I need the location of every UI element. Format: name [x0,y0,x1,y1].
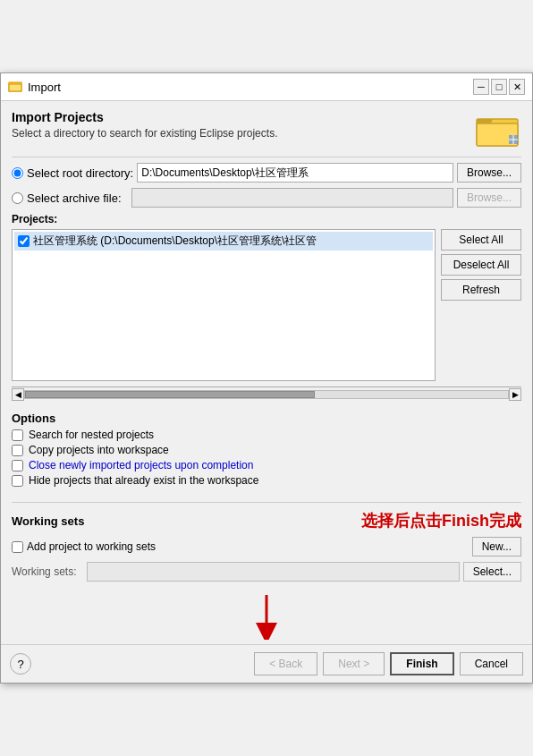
svg-marker-2 [9,82,14,84]
svg-marker-5 [477,119,493,123]
option-checkbox-0[interactable] [12,429,23,441]
title-bar: Import ─ □ ✕ [1,73,532,101]
working-sets-section: Working sets 选择后点击Finish完成 Add project t… [12,502,521,582]
option-row-3: Hide projects that already exist in the … [12,474,521,487]
cancel-button[interactable]: Cancel [460,652,523,675]
option-row-0: Search for nested projects [12,429,521,441]
scrollbar-track[interactable] [24,390,509,399]
import-icon [8,80,22,94]
dialog-subtitle: Select a directory to search for existin… [12,127,277,140]
deselect-all-button[interactable]: Deselect All [441,254,521,276]
project-checkbox[interactable] [18,235,30,247]
finish-annotation: 选择后点击Finish完成 [361,510,521,531]
select-working-sets-button[interactable]: Select... [463,562,521,582]
option-label-1: Copy projects into workspace [29,444,169,456]
minimize-button[interactable]: ─ [473,79,489,95]
scrollbar-thumb[interactable] [25,391,315,398]
projects-label: Projects: [12,213,521,225]
dialog-content: Import Projects Select a directory to se… [1,101,532,644]
back-button[interactable]: < Back [254,652,317,675]
import-dialog: Import ─ □ ✕ Import Projects Select a di… [0,72,533,684]
new-working-set-button[interactable]: New... [472,537,521,556]
project-name: 社区管理系统 (D:\Documents\Desktop\社区管理系统\社区管 [33,234,317,249]
working-sets-input-label: Working sets: [12,565,83,578]
option-checkbox-2[interactable] [12,460,23,471]
arrow-annotation [12,582,521,635]
archive-file-row: Select archive file: Browse... [12,188,521,208]
select-all-button[interactable]: Select All [441,229,521,251]
next-button[interactable]: Next > [323,652,385,675]
root-browse-button[interactable]: Browse... [457,163,521,183]
option-label-2: Close newly imported projects upon compl… [29,459,253,471]
scrollbar-area: ◀ ▶ [12,386,521,401]
archive-file-radio-label: Select archive file: [12,191,128,205]
archive-file-radio[interactable] [12,192,23,204]
header-text: Import Projects Select a directory to se… [12,110,277,140]
title-controls: ─ □ ✕ [473,79,525,95]
root-directory-label: Select root directory: [27,166,133,180]
bottom-bar: ? < Back Next > Finish Cancel [1,644,532,683]
option-checkbox-3[interactable] [12,475,23,487]
red-arrow-icon [240,590,293,640]
finish-button[interactable]: Finish [390,652,453,675]
bottom-buttons: < Back Next > Finish Cancel [254,652,523,675]
root-directory-radio[interactable] [12,167,23,179]
archive-browse-button[interactable]: Browse... [457,188,521,208]
svg-rect-1 [9,84,21,91]
working-sets-row1: Add project to working sets New... [12,537,521,556]
add-to-working-sets-checkbox[interactable] [12,541,23,553]
option-row-2: Close newly imported projects upon compl… [12,459,521,471]
root-directory-row: Select root directory: Browse... [12,163,521,183]
working-sets-label: Working sets [12,514,84,528]
working-sets-header: Working sets 选择后点击Finish完成 [12,510,521,531]
add-to-working-sets-label: Add project to working sets [27,540,469,553]
close-button[interactable]: ✕ [509,79,525,95]
list-item: 社区管理系统 (D:\Documents\Desktop\社区管理系统\社区管 [14,232,433,251]
refresh-button[interactable]: Refresh [441,279,521,301]
window-title: Import [28,81,61,94]
option-label-0: Search for nested projects [29,429,154,441]
archive-file-input[interactable] [131,188,453,208]
folder-icon [475,110,521,149]
option-label-3: Hide projects that already exist in the … [29,474,258,487]
option-checkbox-1[interactable] [12,445,23,456]
dialog-title: Import Projects [12,110,277,124]
project-buttons: Select All Deselect All Refresh [441,229,521,381]
header-divider [12,157,521,157]
option-row-1: Copy projects into workspace [12,444,521,456]
header-section: Import Projects Select a directory to se… [12,110,521,149]
root-directory-input[interactable] [137,163,453,183]
options-section: Options Search for nested projects Copy … [12,406,521,495]
scroll-left-button[interactable]: ◀ [12,388,24,401]
scroll-right-button[interactable]: ▶ [509,388,521,401]
help-button[interactable]: ? [10,653,31,675]
working-sets-row2: Working sets: Select... [12,562,521,582]
working-sets-input[interactable] [87,562,460,582]
root-directory-radio-label: Select root directory: [12,166,133,180]
options-label: Options [12,412,521,425]
maximize-button[interactable]: □ [491,79,507,95]
projects-list: 社区管理系统 (D:\Documents\Desktop\社区管理系统\社区管 [12,229,436,381]
archive-file-label: Select archive file: [27,191,122,205]
projects-area: 社区管理系统 (D:\Documents\Desktop\社区管理系统\社区管 … [12,229,521,381]
